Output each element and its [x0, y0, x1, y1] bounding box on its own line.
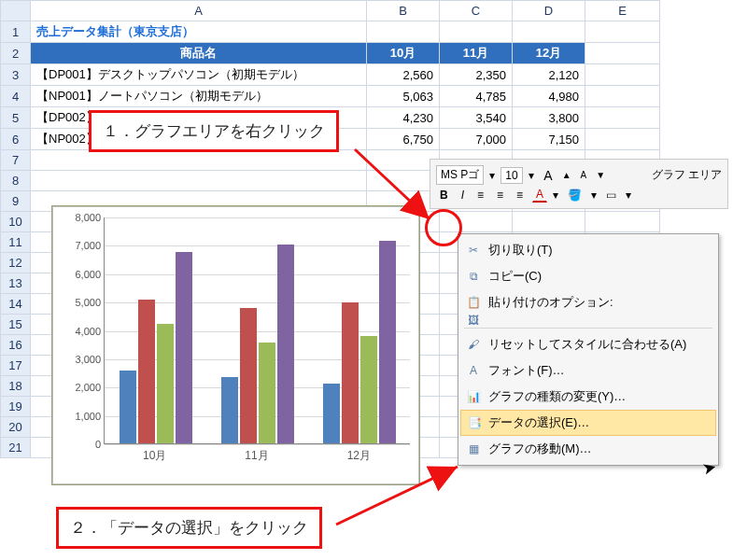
col-header[interactable]: C	[440, 1, 513, 21]
font-name-combo[interactable]: MS Pゴ	[436, 165, 484, 185]
menu-item-change_type[interactable]: 📊グラフの種類の変更(Y)…	[460, 384, 716, 410]
row-header[interactable]: 9	[1, 191, 31, 212]
mini-toolbar: MS Pゴ▾ 10▾ A▲ A▼ グラフ エリア B I ≡ ≡ ≡ A▾ 🪣▾…	[430, 159, 728, 209]
font-size-combo[interactable]: 10	[500, 167, 523, 184]
col-header[interactable]: E	[585, 1, 660, 21]
chart-bar[interactable]	[176, 252, 192, 443]
cell[interactable]	[585, 43, 660, 64]
align-right-button[interactable]: ≡	[513, 188, 527, 203]
cell[interactable]	[31, 171, 367, 191]
col-header[interactable]: D	[513, 1, 585, 21]
row-header[interactable]: 1	[1, 21, 31, 43]
align-center-button[interactable]: ≡	[493, 188, 507, 203]
row-header[interactable]: 15	[1, 315, 31, 335]
cell-value[interactable]: 4,980	[513, 86, 585, 107]
cell[interactable]	[585, 129, 660, 150]
header-product[interactable]: 商品名	[31, 43, 367, 64]
y-tick-label: 2,000	[60, 382, 101, 393]
col-header[interactable]: B	[367, 1, 440, 21]
row-header[interactable]: 7	[1, 150, 31, 171]
header-month[interactable]: 11月	[440, 43, 513, 64]
cell[interactable]	[513, 21, 585, 43]
row-header[interactable]: 20	[1, 417, 31, 438]
cell-value[interactable]: 4,230	[367, 107, 440, 129]
chart-bar[interactable]	[157, 324, 174, 443]
menu-item-move_chart[interactable]: ▦グラフの移動(M)…	[460, 436, 716, 462]
cell-value[interactable]: 7,000	[440, 129, 513, 150]
cell-value[interactable]: 6,750	[367, 129, 440, 150]
cell[interactable]	[31, 150, 367, 171]
cell[interactable]	[585, 107, 660, 129]
cell-value[interactable]: 7,150	[513, 129, 585, 150]
cell[interactable]	[367, 171, 440, 191]
row-header[interactable]: 14	[1, 294, 31, 315]
grow-font-button[interactable]: A	[540, 167, 556, 184]
menu-item-label: グラフの移動(M)…	[488, 441, 592, 457]
row-header[interactable]: 21	[1, 438, 31, 458]
chart-bar[interactable]	[277, 245, 294, 443]
cell-value[interactable]: 2,560	[367, 64, 440, 86]
row-header[interactable]: 12	[1, 253, 31, 273]
cell-value[interactable]: 3,540	[440, 107, 513, 129]
row-header[interactable]: 19	[1, 397, 31, 417]
cell-product[interactable]: 【DP001】デスクトップパソコン（初期モデル）	[31, 64, 367, 86]
bold-button[interactable]: B	[436, 188, 452, 203]
cell[interactable]	[585, 21, 660, 43]
cell-value[interactable]: 5,063	[367, 86, 440, 107]
row-header[interactable]: 6	[1, 129, 31, 150]
row-header[interactable]: 16	[1, 335, 31, 356]
menu-item-select_data[interactable]: 📑データの選択(E)…	[460, 410, 716, 436]
cell-value[interactable]: 3,800	[513, 107, 585, 129]
chart-bar[interactable]	[221, 377, 238, 443]
row-header[interactable]: 17	[1, 356, 31, 376]
header-month[interactable]: 10月	[367, 43, 440, 64]
cell[interactable]	[367, 150, 440, 171]
chart-bar[interactable]	[323, 384, 340, 443]
row-header[interactable]: 4	[1, 86, 31, 107]
italic-button[interactable]: I	[458, 188, 468, 203]
menu-item-font[interactable]: Aフォント(F)…	[460, 357, 716, 384]
cell[interactable]	[367, 21, 440, 43]
chart-bar[interactable]	[342, 302, 359, 443]
row-header[interactable]: 5	[1, 107, 31, 129]
row-header[interactable]: 11	[1, 232, 31, 253]
chart-bar[interactable]	[379, 241, 396, 443]
chart-bar[interactable]	[138, 300, 155, 443]
menu-item-copy[interactable]: ⧉コピー(C)	[460, 263, 716, 289]
col-header[interactable]: A	[31, 1, 367, 21]
cell-value[interactable]: 4,785	[440, 86, 513, 107]
cell-product[interactable]: 【NP001】ノートパソコン（初期モデル）	[31, 86, 367, 107]
row-header[interactable]: 18	[1, 376, 31, 397]
cut-icon: ✂	[466, 243, 481, 258]
fill-color-button[interactable]: 🪣	[564, 188, 585, 203]
row-header[interactable]: 2	[1, 43, 31, 64]
cell[interactable]	[513, 212, 585, 232]
cell[interactable]	[585, 86, 660, 107]
title-cell[interactable]: 売上データ集計（東京支店）	[31, 21, 367, 43]
corner-cell[interactable]	[1, 1, 31, 21]
font-color-button[interactable]: A	[532, 187, 547, 203]
border-button[interactable]: ▭	[602, 188, 620, 203]
shrink-font-button[interactable]: A	[577, 169, 591, 182]
cell-value[interactable]: 2,350	[440, 64, 513, 86]
row-header[interactable]: 10	[1, 212, 31, 232]
chart-bar[interactable]	[360, 336, 377, 443]
chart-bar[interactable]	[120, 371, 136, 443]
cell[interactable]	[585, 64, 660, 86]
chart-bar[interactable]	[240, 308, 257, 443]
header-month[interactable]: 12月	[513, 43, 585, 64]
chart-bar[interactable]	[259, 343, 275, 443]
row-header[interactable]: 8	[1, 171, 31, 191]
callout-2: ２．「データの選択」をクリック	[56, 507, 322, 549]
cell-value[interactable]: 2,120	[513, 64, 585, 86]
cell[interactable]	[440, 21, 513, 43]
row-header[interactable]: 3	[1, 64, 31, 86]
row-header[interactable]: 13	[1, 273, 31, 294]
chart-area[interactable]: 01,0002,0003,0004,0005,0006,0007,0008,00…	[51, 205, 420, 485]
cell[interactable]	[585, 212, 660, 232]
menu-item-reset_style[interactable]: 🖌リセットしてスタイルに合わせる(A)	[460, 331, 716, 357]
menu-item-label: 切り取り(T)	[488, 242, 553, 259]
menu-item-cut[interactable]: ✂切り取り(T)	[460, 237, 716, 263]
align-left-button[interactable]: ≡	[473, 188, 487, 203]
menu-item-paste_pic[interactable]: 🖼	[460, 315, 716, 325]
